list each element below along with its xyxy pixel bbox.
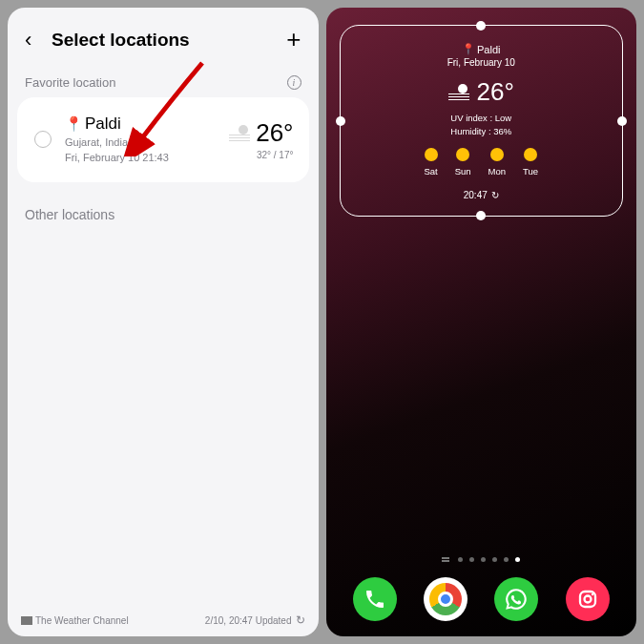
widget-date: Fri, February 10 xyxy=(341,57,623,68)
info-icon[interactable]: i xyxy=(287,75,301,90)
foggy-icon xyxy=(229,125,250,142)
forecast-day: Sat xyxy=(424,166,437,177)
page-indicator[interactable] xyxy=(326,544,637,571)
location-card[interactable]: 📍 Paldi Gujarat, India Fri, February 10 … xyxy=(17,97,309,182)
resize-handle-left[interactable] xyxy=(336,116,345,126)
svg-point-1 xyxy=(584,596,591,603)
sunny-icon xyxy=(456,148,469,161)
other-section-label: Other locations xyxy=(8,186,319,243)
widget-time: 20:47 xyxy=(464,190,488,200)
location-region: Gujarat, India xyxy=(65,135,216,149)
location-radio[interactable] xyxy=(34,131,52,148)
back-button[interactable]: ‹ xyxy=(25,28,46,52)
svg-point-2 xyxy=(592,593,593,595)
chrome-app-icon[interactable] xyxy=(424,577,467,621)
instagram-app-icon[interactable] xyxy=(566,577,610,621)
resize-handle-top[interactable] xyxy=(476,21,486,31)
weather-channel-label: The Weather Channel xyxy=(35,615,129,626)
forecast-day: Sun xyxy=(455,166,471,177)
location-datetime: Fri, February 10 21:43 xyxy=(65,151,216,164)
foggy-icon xyxy=(448,84,469,101)
forecast-day: Tue xyxy=(523,166,538,177)
widget-temp: 26° xyxy=(477,77,514,107)
sunny-icon xyxy=(524,148,537,161)
location-temp: 26° xyxy=(256,118,293,148)
pin-icon: 📍 xyxy=(462,43,475,55)
updated-label: 2/10, 20:47 Updated xyxy=(205,615,292,626)
app-dock xyxy=(326,571,637,636)
pin-icon: 📍 xyxy=(65,115,83,133)
widget-uv: UV index : Low xyxy=(341,113,623,123)
whatsapp-app-icon[interactable] xyxy=(494,577,538,621)
forecast-day: Mon xyxy=(488,166,506,177)
resize-handle-bottom[interactable] xyxy=(476,211,486,220)
favorite-section-label: Favorite location xyxy=(25,75,115,90)
page-title: Select locations xyxy=(52,30,286,51)
refresh-icon[interactable]: ↻ xyxy=(296,613,305,627)
phone-app-icon[interactable] xyxy=(353,577,397,621)
resize-handle-right[interactable] xyxy=(617,116,627,126)
add-location-button[interactable]: + xyxy=(286,25,301,54)
sunny-icon xyxy=(490,148,504,161)
widget-location: Paldi xyxy=(477,44,500,55)
widget-humidity: Humidity : 36% xyxy=(341,126,623,136)
weather-widget[interactable]: 📍Paldi Fri, February 10 26° UV index : L… xyxy=(340,25,624,217)
refresh-icon[interactable]: ↻ xyxy=(491,190,499,200)
twc-logo-icon xyxy=(21,616,32,625)
location-hilo: 32° / 17° xyxy=(229,150,293,160)
app-drawer-icon xyxy=(442,557,449,562)
sunny-icon xyxy=(425,148,438,161)
location-name: Paldi xyxy=(85,114,121,134)
